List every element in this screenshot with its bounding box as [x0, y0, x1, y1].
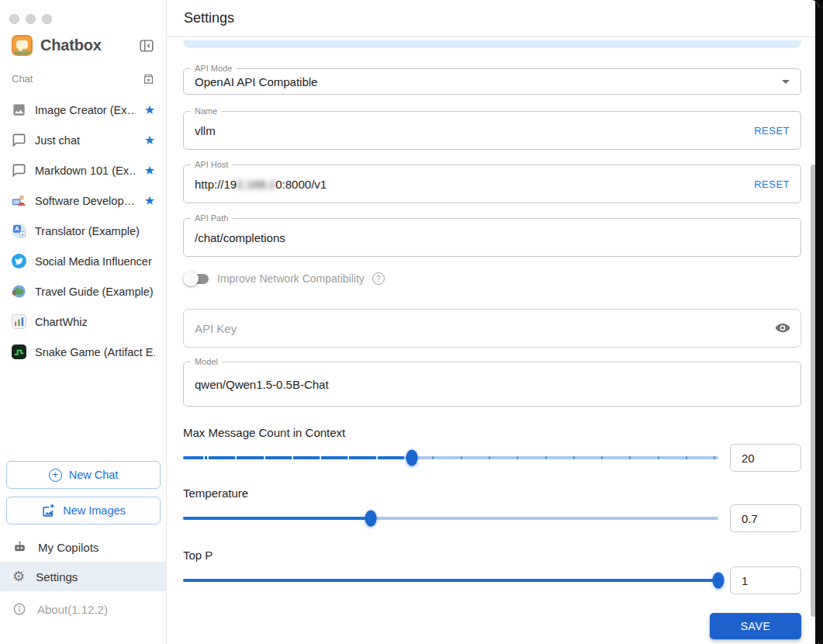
scrolled-tab-banner	[183, 40, 801, 48]
translator-avatar-icon: Aa	[12, 223, 26, 238]
sidebar-item-travel-guide[interactable]: Travel Guide (Example)	[0, 276, 166, 306]
name-field: Name RESET	[183, 111, 801, 150]
sidebar-item-just-chat[interactable]: Just chat ★	[0, 125, 166, 155]
star-icon[interactable]: ★	[144, 104, 155, 116]
image-icon	[12, 102, 26, 117]
snake-game-avatar-icon	[12, 345, 26, 359]
settings-panel: Settings API Mode OpenAI API Compatible …	[167, 0, 819, 644]
chat-bubble-icon	[12, 133, 26, 147]
settings-header: Settings	[167, 0, 819, 37]
plus-circle-icon: +	[49, 469, 62, 482]
sidebar-item-settings[interactable]: ⚙ Settings	[0, 562, 166, 591]
collapse-sidebar-icon[interactable]	[138, 37, 155, 54]
twitter-bird-icon	[12, 254, 26, 268]
chat-section-label: Chat	[12, 73, 142, 85]
name-input[interactable]	[184, 112, 801, 149]
star-icon[interactable]: ★	[144, 134, 155, 147]
slider-handle[interactable]	[365, 511, 376, 527]
top-p-label: Top P	[183, 549, 801, 563]
chatbox-app-window: Chatbox Chat Image Creator (Ex… ★	[0, 0, 819, 644]
sidebar-item-my-copilots[interactable]: My Copilots	[0, 532, 166, 562]
window-controls	[0, 0, 166, 24]
redacted-text: 2.168.1	[237, 178, 275, 191]
chart-avatar-icon	[12, 314, 26, 329]
star-icon[interactable]: ★	[144, 195, 155, 207]
window-edge	[815, 0, 819, 644]
chatbox-logo	[12, 35, 33, 56]
window-zoom-button[interactable]	[42, 14, 52, 24]
model-label: Model	[191, 357, 222, 366]
sidebar: Chatbox Chat Image Creator (Ex… ★	[0, 0, 167, 644]
conversation-list: Image Creator (Ex… ★ Just chat ★ Markdow…	[0, 95, 166, 367]
temperature-slider[interactable]	[183, 504, 718, 532]
network-compatibility-toggle[interactable]	[183, 271, 209, 286]
sidebar-item-markdown-101[interactable]: Markdown 101 (Ex… ★	[0, 155, 166, 185]
window-close-button[interactable]	[9, 14, 19, 24]
max-message-count-label: Max Message Count in Context	[183, 426, 801, 440]
max-message-count-value-input[interactable]	[730, 444, 801, 472]
clear-conversations-icon[interactable]	[142, 72, 155, 85]
api-path-field: API Path	[183, 218, 801, 257]
sidebar-item-snake-game[interactable]: Snake Game (Artifact E…	[0, 337, 166, 367]
sidebar-item-chartwhiz[interactable]: ChartWhiz	[0, 306, 166, 337]
show-password-eye-icon[interactable]	[774, 321, 791, 335]
network-compatibility-label: Improve Network Compatibility	[217, 272, 365, 285]
page-title: Settings	[184, 10, 234, 26]
api-host-field: API Host http://192.168.10:8000/v1 RESET	[183, 164, 801, 203]
top-p-slider[interactable]	[183, 566, 718, 594]
new-chat-button[interactable]: + New Chat	[6, 461, 161, 489]
model-field: Model	[183, 362, 801, 407]
info-icon	[12, 602, 26, 616]
model-input[interactable]	[184, 362, 801, 406]
new-images-button[interactable]: New Images	[6, 497, 161, 525]
temperature-label: Temperature	[183, 486, 801, 500]
api-host-value[interactable]: http://192.168.10:8000/v1	[184, 165, 801, 203]
globe-avatar-icon	[12, 284, 26, 299]
api-host-label: API Host	[191, 160, 232, 169]
api-path-input[interactable]	[184, 219, 801, 256]
gear-icon: ⚙	[12, 570, 25, 583]
app-title: Chatbox	[40, 36, 138, 54]
sidebar-item-software-developer[interactable]: Software Develop… ★	[0, 185, 166, 216]
api-mode-label: API Mode	[191, 64, 236, 73]
chevron-down-icon	[782, 80, 790, 84]
api-mode-select[interactable]: API Mode OpenAI API Compatible	[183, 68, 801, 95]
api-host-reset-button[interactable]: RESET	[754, 178, 790, 190]
temperature-value-input[interactable]	[730, 504, 801, 532]
name-label: Name	[191, 106, 221, 116]
slider-handle[interactable]	[406, 450, 418, 466]
developer-avatar-icon	[12, 193, 26, 208]
help-icon[interactable]: ?	[372, 272, 385, 285]
image-plus-icon	[41, 504, 56, 518]
save-button[interactable]: SAVE	[710, 613, 801, 639]
chat-bubble-icon	[12, 163, 26, 178]
max-message-count-slider[interactable]	[183, 444, 718, 472]
api-key-input[interactable]	[184, 310, 801, 347]
sidebar-item-translator[interactable]: Aa Translator (Example)	[0, 216, 166, 246]
api-mode-value: OpenAI API Compatible	[184, 69, 801, 94]
star-icon[interactable]: ★	[144, 164, 155, 177]
top-p-value-input[interactable]	[730, 566, 801, 594]
sidebar-item-about[interactable]: About(1.12.2)	[0, 594, 166, 624]
slider-handle[interactable]	[713, 573, 724, 589]
api-path-label: API Path	[191, 213, 232, 223]
sidebar-item-image-creator[interactable]: Image Creator (Ex… ★	[0, 95, 166, 125]
name-reset-button[interactable]: RESET	[754, 125, 790, 137]
api-key-field	[183, 309, 801, 348]
robot-icon	[12, 540, 27, 555]
window-minimize-button[interactable]	[26, 14, 36, 24]
sidebar-item-social-media-influencer[interactable]: Social Media Influencer …	[0, 246, 166, 276]
